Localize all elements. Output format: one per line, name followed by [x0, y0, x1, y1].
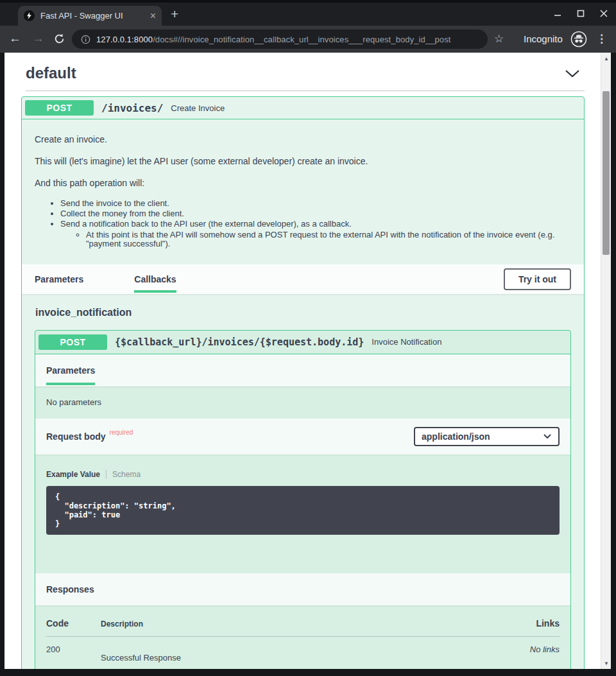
request-body-example-section: Example Value Schema { "description": "s…: [35, 455, 570, 573]
operation-summary[interactable]: POST /invoices/ Create Invoice: [22, 97, 584, 119]
responses-table-head: Code Description Links: [46, 618, 560, 637]
swagger-ui: default POST /invoices/ Create Invoice C…: [4, 53, 611, 669]
tab-title: Fast API - Swagger UI: [40, 11, 146, 21]
scrollbar-thumb[interactable]: [603, 91, 610, 255]
list-subitem: At this point is that the API will someh…: [86, 230, 571, 249]
callback-path: {$callback_url}/invoices/{$request.body.…: [115, 336, 364, 348]
page-info-icon[interactable]: [81, 35, 90, 44]
request-body-header: Request body required application/json: [35, 419, 570, 455]
tab-callbacks[interactable]: Callbacks: [134, 264, 176, 294]
example-json: { "description": "string", "paid": true …: [55, 492, 551, 528]
opblock-create-invoice: POST /invoices/ Create Invoice Create an…: [21, 96, 585, 669]
tab-example-value[interactable]: Example Value: [46, 470, 100, 479]
no-parameters-row: No parameters: [35, 386, 570, 419]
back-icon[interactable]: ←: [9, 31, 21, 46]
try-it-out-button[interactable]: Try it out: [504, 268, 571, 290]
example-code-block[interactable]: { "description": "string", "paid": true …: [46, 486, 560, 535]
incognito-label: Incognito: [524, 33, 563, 44]
tab-parameters[interactable]: Parameters: [35, 264, 83, 294]
tab-divider: [106, 470, 107, 479]
response-description: Successful Response: [101, 645, 530, 663]
callback-parameters-header: Parameters: [35, 354, 570, 386]
content-type-select[interactable]: application/json: [414, 427, 560, 446]
example-tabs: Example Value Schema: [46, 470, 560, 479]
browser-toolbar: ← → 127.0.0.1:8000/docs#//invoice_notifi…: [0, 26, 616, 53]
callback-name: invoice_notification: [35, 307, 571, 318]
new-tab-button[interactable]: +: [171, 7, 178, 21]
page-scrollbar[interactable]: ▲ ▼: [601, 53, 611, 669]
column-description: Description: [101, 620, 536, 628]
titlebar: Fast API - Swagger UI × +: [0, 0, 616, 26]
callbacks-section: invoice_notification POST {$callback_url…: [22, 294, 584, 669]
column-code: Code: [46, 618, 101, 628]
operation-summary-text: Create Invoice: [171, 103, 225, 113]
responses-label: Responses: [46, 584, 94, 594]
scroll-down-icon[interactable]: ▼: [601, 659, 611, 668]
tab-schema[interactable]: Schema: [112, 470, 141, 479]
chevron-down-icon[interactable]: [564, 69, 581, 78]
content-type-value: application/json: [422, 431, 490, 442]
browser-tab[interactable]: Fast API - Swagger UI ×: [18, 6, 162, 26]
url-text: 127.0.0.1:8000/docs#//invoice_notificati…: [96, 35, 451, 44]
close-window-button[interactable]: [599, 9, 608, 18]
description-paragraph: Create an invoice.: [35, 134, 571, 146]
request-body-label: Request body: [46, 431, 106, 442]
operation-description: Create an invoice. This will (let's imag…: [22, 119, 584, 264]
window-controls: [553, 9, 608, 18]
fastapi-favicon-icon: [24, 10, 35, 21]
list-item: Collect the money from the client.: [60, 209, 571, 219]
forward-icon[interactable]: →: [32, 31, 44, 46]
tag-title: default: [26, 64, 76, 82]
incognito-icon: [570, 31, 587, 48]
description-paragraph: And this path operation will:: [35, 177, 571, 190]
tab-parameters-inner[interactable]: Parameters: [46, 354, 95, 386]
list-item: Send a notification back to the API user…: [60, 219, 571, 229]
list-item: Send the invoice to the client.: [60, 198, 571, 209]
chevron-down-icon: [543, 433, 552, 439]
callback-summary[interactable]: POST {$callback_url}/invoices/{$request.…: [35, 331, 570, 354]
callback-summary-text: Invoice Notification: [372, 337, 441, 347]
scroll-up-icon[interactable]: ▲: [601, 54, 611, 63]
required-badge: required: [110, 429, 133, 436]
column-links: Links: [536, 618, 560, 628]
tag-section-header[interactable]: default: [26, 53, 585, 91]
bookmark-star-icon[interactable]: ☆: [494, 32, 504, 46]
browser-menu-icon[interactable]: ⋮: [596, 32, 607, 46]
maximize-button[interactable]: [576, 9, 585, 18]
response-links: No links: [530, 645, 560, 654]
page-viewport: default POST /invoices/ Create Invoice C…: [4, 53, 611, 669]
responses-header: Responses: [35, 573, 570, 605]
description-list: Send the invoice to the client. Collect …: [35, 198, 571, 249]
tab-close-icon[interactable]: ×: [150, 11, 156, 21]
response-code: 200: [46, 645, 101, 654]
minimize-button[interactable]: [553, 9, 562, 18]
operation-tabs-header: Parameters Callbacks Try it out: [22, 264, 584, 294]
address-bar[interactable]: 127.0.0.1:8000/docs#//invoice_notificati…: [72, 30, 488, 49]
reload-icon[interactable]: [54, 33, 65, 44]
description-paragraph: This will (let's imagine) let the API us…: [35, 155, 571, 168]
response-row-200: 200 Successful Response No links: [46, 645, 560, 663]
method-badge: POST: [38, 334, 107, 350]
operation-path: /invoices/: [101, 102, 163, 114]
responses-table: Code Description Links 200 Successful Re…: [35, 605, 570, 669]
method-badge: POST: [25, 100, 94, 116]
opblock-invoice-notification: POST {$callback_url}/invoices/{$request.…: [35, 330, 571, 669]
